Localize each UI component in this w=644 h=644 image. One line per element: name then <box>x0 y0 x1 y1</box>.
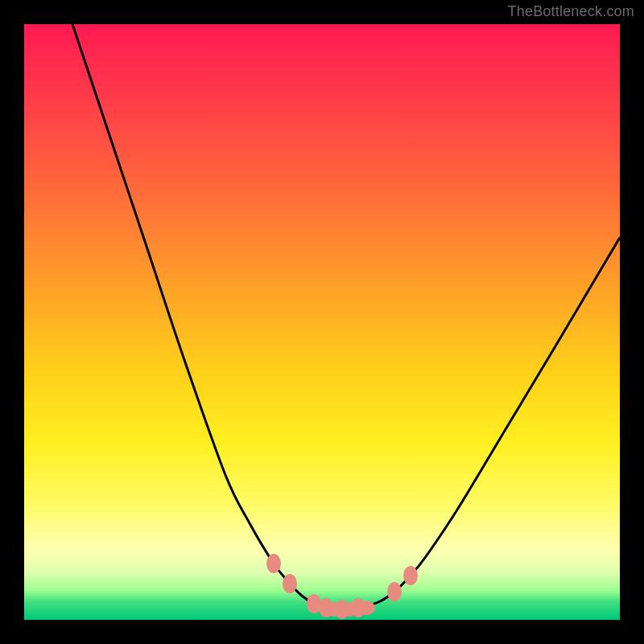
plot-area <box>24 24 620 620</box>
background-gradient <box>24 24 620 620</box>
chart-frame: TheBottleneck.com <box>0 0 644 644</box>
watermark-text: TheBottleneck.com <box>508 3 634 20</box>
